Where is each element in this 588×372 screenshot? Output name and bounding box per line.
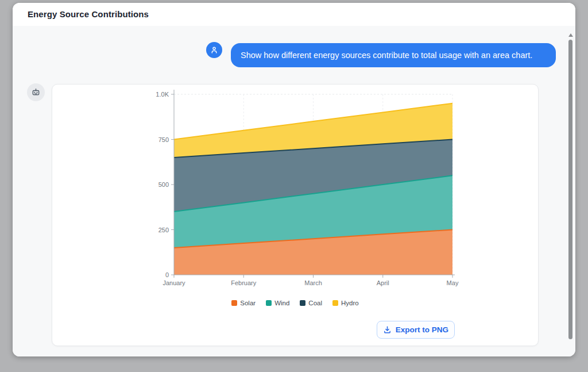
scrollbar[interactable] [568, 29, 574, 352]
legend-label: Coal [308, 300, 322, 306]
scrollbar-thumb[interactable] [568, 40, 572, 339]
y-axis-tick-label: 1.0K [156, 91, 169, 98]
legend-label: Hydro [341, 300, 359, 306]
robot-icon [30, 87, 41, 98]
app-window: Energy Source Contributions Show how dif… [13, 3, 575, 356]
legend-label: Solar [240, 300, 256, 306]
x-axis-tick-label: January [163, 279, 185, 286]
y-axis-tick-label: 0 [165, 271, 169, 278]
x-axis-tick-label: February [231, 279, 257, 286]
export-button-label: Export to PNG [396, 325, 448, 334]
download-icon [383, 325, 392, 334]
x-axis-tick-label: March [304, 279, 322, 286]
legend-item-coal[interactable]: Coal [300, 300, 322, 306]
legend-marker-solar [231, 300, 237, 306]
legend-item-hydro[interactable]: Hydro [332, 300, 359, 306]
page-title: Energy Source Contributions [28, 9, 149, 19]
title-bar: Energy Source Contributions [13, 3, 575, 26]
y-axis-tick-label: 500 [158, 181, 169, 188]
legend-label: Wind [274, 300, 289, 306]
user-message-bubble: Show how different energy sources contri… [231, 43, 556, 67]
person-icon [209, 45, 219, 55]
scroll-up-arrow-icon[interactable] [568, 33, 573, 37]
area-chart[interactable]: 02505007501.0KJanuaryFebruaryMarchAprilM… [52, 85, 539, 294]
x-axis-tick-label: April [377, 279, 389, 286]
legend-marker-hydro [332, 300, 338, 306]
y-axis-tick-label: 750 [158, 136, 169, 143]
legend-item-wind[interactable]: Wind [266, 300, 289, 306]
legend-item-solar[interactable]: Solar [231, 300, 256, 306]
user-avatar [206, 42, 222, 58]
y-axis-tick-label: 250 [158, 227, 169, 233]
legend-marker-coal [300, 300, 305, 306]
export-png-button[interactable]: Export to PNG [377, 321, 455, 339]
chart-card: 02505007501.0KJanuaryFebruaryMarchAprilM… [52, 84, 539, 346]
x-axis-tick-label: May [447, 279, 459, 286]
desktop-background: Energy Source Contributions Show how dif… [0, 0, 588, 372]
chart-legend: SolarWindCoalHydro [52, 300, 538, 306]
bot-avatar [27, 83, 45, 101]
chat-content: Show how different energy sources contri… [13, 26, 575, 356]
legend-marker-wind [266, 300, 272, 306]
